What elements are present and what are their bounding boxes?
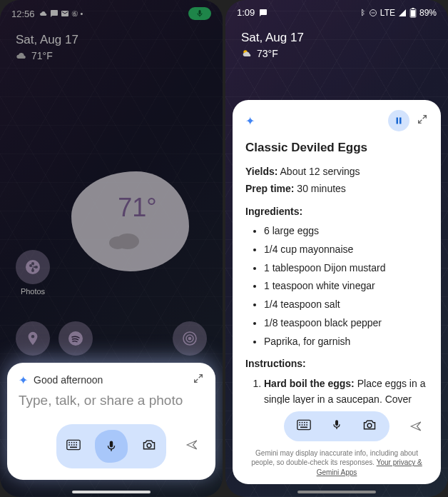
mic-icon	[331, 419, 342, 431]
signal-icon	[398, 9, 407, 17]
prompt-input[interactable]: Type, talk, or share a photo	[19, 393, 204, 408]
mic-icon	[105, 440, 118, 453]
svg-rect-29	[299, 424, 300, 426]
svg-point-5	[189, 338, 191, 340]
pause-button[interactable]	[388, 110, 409, 131]
response-body[interactable]: Classic Deviled Eggs Yields: About 12 se…	[245, 139, 428, 404]
instructions-list: Hard boil the eggs: Place eggs in a sing…	[245, 376, 428, 404]
threads-icon: ⑥	[71, 9, 78, 19]
more-icon: •	[81, 9, 83, 19]
keyboard-button[interactable]	[66, 439, 81, 453]
disclaimer-text: Gemini may display inaccurate info, incl…	[245, 448, 428, 478]
expand-icon	[417, 114, 428, 125]
svg-rect-19	[411, 10, 415, 16]
ingredients-heading: Ingredients:	[245, 204, 428, 220]
gemini-response-card: ✦ Classic Deviled Eggs Yields: About 12 …	[233, 100, 441, 484]
temp-small: 73°F	[257, 48, 278, 59]
gemini-prompt-card: ✦ Good afternoon Type, talk, or share a …	[7, 363, 215, 480]
svg-rect-8	[71, 442, 73, 443]
mic-button[interactable]	[331, 419, 342, 433]
mail-icon	[61, 9, 69, 18]
cloud-icon	[16, 50, 27, 61]
svg-point-1	[109, 236, 126, 249]
list-item: Paprika, for garnish	[264, 334, 428, 350]
cloud-icon	[39, 9, 48, 18]
svg-rect-12	[71, 444, 73, 446]
dnd-icon	[369, 9, 377, 17]
keyboard-icon	[66, 439, 81, 451]
mic-active-pill[interactable]	[188, 7, 211, 20]
step-title: Hard boil the eggs:	[264, 378, 355, 389]
expand-button[interactable]	[417, 114, 428, 128]
list-item: 1/8 teaspoon black pepper	[264, 316, 428, 331]
battery-icon	[409, 8, 417, 18]
svg-rect-28	[306, 421, 307, 423]
nav-handle[interactable]	[297, 491, 376, 493]
status-bar: 1:09 LTE 89%	[225, 0, 448, 21]
mic-button[interactable]	[95, 430, 128, 463]
network-label: LTE	[380, 8, 395, 18]
svg-rect-27	[304, 421, 305, 423]
svg-rect-23	[399, 118, 402, 124]
send-button[interactable]	[409, 420, 422, 436]
recipe-title: Classic Deviled Eggs	[245, 139, 428, 157]
partly-sunny-icon	[241, 48, 253, 59]
temp-small: 71°F	[31, 50, 53, 61]
svg-rect-33	[300, 426, 307, 428]
phone-right: 1:09 LTE 89% Sat, Aug 17 73°F ✦	[225, 0, 448, 497]
list-item: 1 tablespoon Dijon mustard	[264, 261, 428, 276]
phone-left: 12:56 ⑥ • Sat, Aug 17 71°F 71°	[0, 0, 223, 497]
date-weather[interactable]: Sat, Aug 17 73°F	[225, 21, 448, 59]
keyboard-button[interactable]	[297, 419, 311, 433]
list-item: Hard boil the eggs: Place eggs in a sing…	[264, 376, 428, 404]
svg-rect-20	[412, 8, 414, 9]
input-control-pill	[284, 411, 390, 441]
notification-icons: ⑥ •	[39, 9, 83, 19]
maps-app-icon[interactable]	[16, 321, 50, 356]
pinwheel-icon	[24, 258, 41, 276]
mic-icon	[195, 9, 204, 18]
gemini-sparkle-icon: ✦	[19, 373, 28, 387]
spotify-icon	[67, 330, 84, 347]
cloud-large-icon	[106, 227, 141, 250]
send-button[interactable]	[185, 438, 198, 454]
instructions-heading: Instructions:	[245, 356, 428, 372]
svg-rect-25	[299, 421, 300, 423]
photos-label: Photos	[16, 287, 50, 296]
svg-rect-22	[397, 118, 399, 124]
ingredients-list: 6 large eggs 1/4 cup mayonnaise 1 tables…	[245, 224, 428, 349]
yields-value: About 12 servings	[280, 166, 360, 177]
status-bar: 12:56 ⑥ •	[0, 0, 223, 23]
message-icon	[50, 9, 58, 18]
svg-rect-14	[76, 444, 77, 446]
bluetooth-icon	[358, 9, 366, 16]
battery-percent: 89%	[419, 8, 437, 18]
svg-point-16	[147, 443, 151, 448]
keyboard-icon	[297, 419, 311, 431]
spotify-app-icon[interactable]	[58, 321, 93, 356]
svg-rect-31	[304, 424, 305, 426]
svg-rect-11	[68, 444, 70, 446]
weather-temp-large: 71°	[118, 193, 156, 223]
list-item: 1/4 cup mayonnaise	[264, 242, 428, 258]
svg-rect-7	[68, 442, 70, 443]
camera-button[interactable]	[142, 438, 156, 454]
input-control-pill	[56, 424, 166, 468]
nav-handle[interactable]	[72, 491, 151, 493]
svg-rect-26	[302, 421, 303, 423]
svg-rect-9	[73, 442, 75, 443]
expand-icon	[193, 373, 204, 384]
greeting-text: Good afternoon	[34, 374, 103, 386]
gemini-sparkle-icon: ✦	[245, 114, 255, 128]
list-item: 1 teaspoon white vinegar	[264, 278, 428, 294]
photos-app-icon[interactable]	[16, 250, 50, 284]
expand-button[interactable]	[193, 373, 204, 387]
podcast-app-icon[interactable]	[173, 321, 207, 356]
pause-icon	[394, 116, 403, 125]
list-item: 1/4 teaspoon salt	[264, 297, 428, 313]
camera-icon	[142, 438, 156, 451]
svg-rect-30	[302, 424, 303, 426]
camera-button[interactable]	[362, 418, 377, 434]
send-icon	[409, 420, 422, 433]
date-weather[interactable]: Sat, Aug 17 71°F	[0, 23, 223, 61]
